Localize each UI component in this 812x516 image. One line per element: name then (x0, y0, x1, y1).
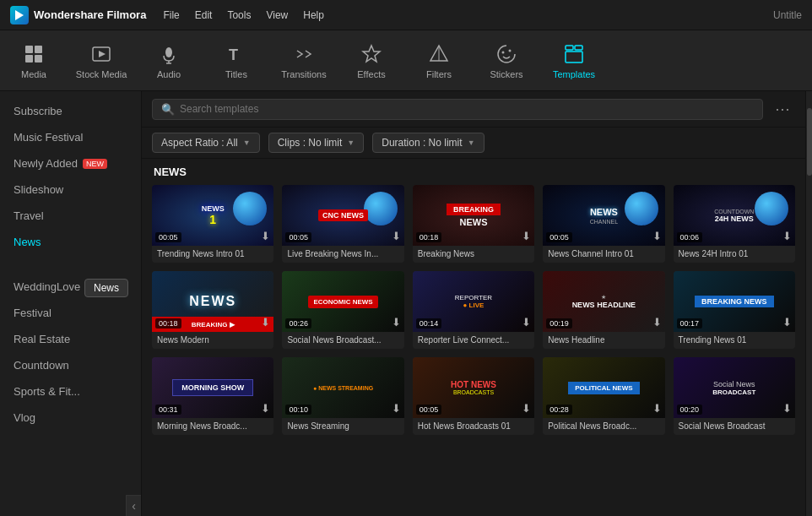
duration-label: Duration : No limit (382, 137, 462, 149)
card-download-5[interactable]: ⬇ (782, 230, 792, 242)
music-festival-label: Music Festival (14, 131, 83, 144)
tool-stock-media[interactable]: Stock Media (68, 34, 135, 88)
card-download-6[interactable]: ⬇ (261, 316, 270, 329)
card-download-2[interactable]: ⬇ (392, 230, 401, 242)
template-card-9[interactable]: ★ NEWS HEADLINE 00:19 ⬇ News Headline (543, 271, 664, 349)
card-time-8: 00:14 (416, 318, 442, 329)
card-title-11: Morning News Broadc... (152, 418, 273, 435)
template-card-7[interactable]: ECONOMIC NEWS 00:26 ⬇ Social News Broadc… (282, 271, 403, 349)
sidebar-item-newly-added[interactable]: Newly Added NEW (0, 150, 141, 177)
card-download-8[interactable]: ⬇ (522, 316, 531, 329)
card-download-15[interactable]: ⬇ (782, 402, 792, 415)
menu-help[interactable]: Help (303, 9, 324, 21)
duration-filter[interactable]: Duration : No limit ▼ (372, 133, 484, 153)
card-download-13[interactable]: ⬇ (522, 402, 531, 415)
clips-filter[interactable]: Clips : No limit ▼ (268, 133, 365, 153)
template-card-14[interactable]: POLITICAL NEWS 00:28 ⬇ Political News Br… (543, 357, 664, 435)
svg-rect-1 (25, 46, 33, 53)
menu-file[interactable]: File (163, 9, 179, 21)
card-thumb-6: NEWS BREAKING ▶ 00:18 ⬇ (152, 271, 273, 332)
tool-templates[interactable]: Templates (540, 34, 608, 88)
scrollbar[interactable] (805, 91, 812, 516)
card-thumb-4: NEWS CHANNEL 00:05 ⬇ (543, 185, 664, 246)
tool-stickers[interactable]: Stickers (473, 34, 540, 88)
media-label: Media (21, 69, 46, 79)
card-thumb-12: ● NEWS STREAMING 00:10 ⬇ (282, 357, 403, 418)
svg-text:T: T (229, 46, 238, 63)
sidebar-collapse-button[interactable]: ‹ (126, 495, 141, 516)
svg-point-7 (165, 47, 172, 57)
main-area: Subscribe Music Festival Newly Added NEW… (0, 91, 812, 516)
search-icon: 🔍 (161, 103, 175, 116)
card-time-11: 00:31 (155, 405, 181, 415)
card-download-3[interactable]: ⬇ (522, 230, 531, 242)
template-card-1[interactable]: NEWS 1 00:05 ⬇ Trending News Intro 01 (152, 185, 273, 263)
sidebar-item-music-festival[interactable]: Music Festival (0, 124, 141, 150)
svg-point-15 (509, 49, 512, 52)
card-time-12: 00:10 (285, 405, 311, 415)
card-title-9: News Headline (543, 332, 664, 349)
template-grid: NEWS 1 00:05 ⬇ Trending News Intro 01 (152, 185, 795, 435)
sidebar-item-countdown[interactable]: Countdown (0, 352, 141, 378)
card-download-1[interactable]: ⬇ (261, 230, 270, 242)
tool-media[interactable]: Media (0, 34, 68, 88)
menu-view[interactable]: View (266, 9, 288, 21)
clips-label: Clips : No limit (278, 137, 343, 149)
newly-added-label: Newly Added (14, 157, 78, 170)
scrollbar-thumb[interactable] (807, 108, 812, 176)
card-download-12[interactable]: ⬇ (392, 402, 401, 415)
search-input[interactable] (180, 103, 754, 115)
template-card-15[interactable]: Social News BROADCAST 00:20 ⬇ Social New… (674, 357, 795, 435)
audio-label: Audio (157, 69, 181, 79)
svg-marker-11 (363, 46, 380, 62)
more-options-button[interactable]: ⋯ (770, 98, 795, 120)
transitions-label: Transitions (281, 69, 326, 79)
template-card-3[interactable]: BREAKING NEWS 00:18 ⬇ Breaking News (413, 185, 534, 263)
sidebar-item-slideshow[interactable]: Slideshow (0, 177, 141, 203)
template-card-10[interactable]: BREAKING NEWS 00:17 ⬇ Trending News 01 (674, 271, 795, 349)
card-time-9: 00:19 (546, 318, 572, 329)
card-download-14[interactable]: ⬇ (652, 402, 662, 415)
sidebar-item-subscribe[interactable]: Subscribe (0, 98, 141, 124)
aspect-ratio-filter[interactable]: Aspect Ratio : All ▼ (152, 133, 260, 153)
content-area: 🔍 ⋯ Aspect Ratio : All ▼ Clips : No limi… (142, 91, 805, 516)
card-download-7[interactable]: ⬇ (392, 316, 401, 329)
card-time-10: 00:17 (677, 318, 703, 329)
tool-titles[interactable]: T Titles (203, 34, 270, 88)
menu-edit[interactable]: Edit (195, 9, 213, 21)
card-title-8: Reporter Live Connect... (413, 332, 534, 349)
template-card-13[interactable]: HOT NEWS BROADCASTS 00:05 ⬇ Hot News Bro… (413, 357, 534, 435)
card-download-9[interactable]: ⬇ (652, 316, 662, 329)
template-card-12[interactable]: ● NEWS STREAMING 00:10 ⬇ News Streaming (282, 357, 403, 435)
duration-chevron: ▼ (468, 139, 475, 147)
tool-audio[interactable]: Audio (135, 34, 203, 88)
globe-icon-1 (233, 192, 267, 225)
card-download-10[interactable]: ⬇ (782, 316, 792, 329)
template-card-2[interactable]: CNC NEWS 00:05 ⬇ Live Breaking News In..… (282, 185, 403, 263)
tool-effects[interactable]: Effects (338, 34, 405, 88)
sidebar-item-real-estate[interactable]: Real Estate (0, 326, 141, 352)
tool-filters[interactable]: Filters (405, 34, 473, 88)
app-logo-icon (10, 6, 29, 24)
template-card-6[interactable]: NEWS BREAKING ▶ 00:18 ⬇ News Modern (152, 271, 273, 349)
card-download-4[interactable]: ⬇ (652, 230, 662, 242)
card-thumb-5: COUNTDOWN 24H NEWS 00:06 ⬇ (674, 185, 795, 246)
aspect-ratio-label: Aspect Ratio : All (161, 137, 238, 149)
template-card-4[interactable]: NEWS CHANNEL 00:05 ⬇ News Channel Intro … (543, 185, 664, 263)
sidebar-item-vlog[interactable]: Vlog (0, 405, 141, 431)
template-card-8[interactable]: REPORTER ● LIVE 00:14 ⬇ Reporter Live Co… (413, 271, 534, 349)
sidebar-item-news[interactable]: News (0, 229, 141, 255)
template-card-5[interactable]: COUNTDOWN 24H NEWS 00:06 ⬇ News 24H Intr… (674, 185, 795, 263)
card-download-11[interactable]: ⬇ (261, 402, 270, 415)
menu-tools[interactable]: Tools (227, 9, 251, 21)
festival-label: Festival (14, 307, 51, 319)
template-card-11[interactable]: MORNING SHOW 00:31 ⬇ Morning News Broadc… (152, 357, 273, 435)
aspect-ratio-chevron: ▼ (243, 139, 251, 147)
sidebar-item-festival[interactable]: Festival (0, 300, 141, 326)
news-label: News (14, 236, 41, 248)
sidebar-item-sports-fit[interactable]: Sports & Fit... (0, 378, 141, 405)
card-time-15: 00:20 (677, 405, 703, 415)
tool-transitions[interactable]: Transitions (270, 34, 338, 88)
search-bar: 🔍 ⋯ (142, 91, 805, 128)
sidebar-item-travel[interactable]: Travel (0, 203, 141, 229)
